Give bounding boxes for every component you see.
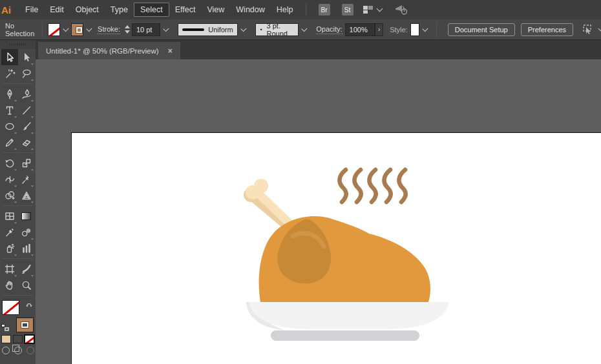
shape-builder-tool[interactable] [1,187,18,203]
none-button[interactable] [25,335,34,343]
preferences-button[interactable]: Preferences [521,23,573,36]
lasso-tool[interactable] [18,65,35,81]
fill-chevron-icon[interactable] [63,26,69,32]
menu-object[interactable]: Object [70,3,105,16]
magnifier-icon [21,279,32,291]
line-segment-tool[interactable] [18,102,35,118]
swap-fill-stroke-icon[interactable] [25,299,34,311]
draw-inside-icon[interactable] [26,347,34,354]
width-profile-dropdown[interactable]: Uniform [178,23,238,36]
mesh-tool[interactable] [1,208,18,224]
menu-window[interactable]: Window [230,3,270,16]
shape-builder-icon [4,190,16,201]
width-profile-preview-icon [182,28,204,31]
document-tab[interactable]: Untitled-1* @ 50% (RGB/Preview) × [38,42,180,59]
brush-dot-icon: • [260,26,262,33]
workspace-switcher-icon[interactable] [363,6,374,14]
fill-color-swatch[interactable] [48,23,60,36]
magic-wand-tool[interactable] [1,65,18,81]
hand-tool[interactable] [1,277,18,293]
isolate-selected-icon[interactable] [581,24,594,35]
style-label: Style: [390,26,408,34]
plate-pedestal [271,330,419,341]
width-profile-chevron-icon[interactable] [240,26,246,32]
shaper-tool[interactable] [1,134,18,150]
share-feedback-icon[interactable] [394,4,408,15]
menu-effect[interactable]: Effect [169,3,202,16]
puppet-warp-tool[interactable] [18,171,35,187]
stroke-label[interactable]: Stroke: [98,25,120,34]
magic-wand-icon [4,68,16,79]
workspace-chevron-icon[interactable] [376,6,383,12]
illustrator-logo: Ai [1,5,19,15]
eraser-tool[interactable] [18,134,35,150]
shaper-pencil-icon [4,137,16,148]
tools-separator [3,205,33,206]
document-setup-button[interactable]: Document Setup [448,23,515,36]
perspective-grid-tool[interactable] [18,187,35,203]
artboard-tool[interactable] [1,261,18,277]
drawing-modes [0,347,36,354]
paintbrush-tool[interactable] [18,118,35,134]
menu-edit[interactable]: Edit [44,3,70,16]
bridge-button[interactable]: Br [319,4,330,15]
draw-normal-icon[interactable] [2,347,10,354]
slice-tool[interactable] [18,261,35,277]
artboard-canvas[interactable] [71,132,601,364]
brush-chevron-icon[interactable] [301,26,307,32]
paintbrush-icon [21,121,32,132]
scale-tool[interactable] [18,155,35,171]
steam-line-icon [369,170,375,202]
blend-tool[interactable] [18,224,35,240]
gradient-tool[interactable] [18,208,35,224]
menu-select[interactable]: Select [134,3,169,17]
perspective-grid-icon [21,190,32,201]
symbol-sprayer-tool[interactable] [1,240,18,256]
selection-status: No Selection [5,22,37,37]
tools-panel-grip[interactable] [0,40,36,49]
hand-icon [4,279,16,291]
menu-bar: Ai File Edit Object Type Select Effect V… [0,0,601,19]
style-chevron-icon[interactable] [422,26,428,32]
tools-separator [3,83,33,84]
opacity-field[interactable]: 100% [345,23,375,36]
stroke-color-swatch[interactable] [71,23,83,36]
document-tab-title: Untitled-1* @ 50% (RGB/Preview) [46,47,159,55]
menu-view[interactable]: View [201,3,230,16]
stroke-weight-field[interactable]: 10 pt [132,23,160,36]
type-tool[interactable] [1,102,18,118]
stock-button[interactable]: St [342,4,353,15]
zoom-tool[interactable] [18,277,35,293]
opacity-arrow-button[interactable]: › [375,23,383,36]
ellipse-tool[interactable] [1,118,18,134]
stroke-weight-stepper[interactable] [125,23,130,36]
fill-swatch-none[interactable] [2,300,19,315]
stroke-chevron-icon[interactable] [87,26,92,32]
rotate-icon [4,157,16,169]
width-warp-icon [4,174,16,185]
selection-tool[interactable] [1,49,18,65]
tab-close-icon[interactable]: × [168,46,173,56]
brush-definition-dropdown[interactable]: • 3 pt. Round [255,23,298,36]
menu-type[interactable]: Type [105,3,134,16]
stroke-weight-chevron-icon[interactable] [163,26,169,32]
color-button[interactable] [1,335,11,343]
menu-file[interactable]: File [19,3,44,16]
default-fill-stroke-icon[interactable] [1,324,9,331]
stroke-swatch[interactable] [16,318,34,332]
right-overflow-chevron-icon[interactable] [598,25,601,32]
artboard-icon [4,263,16,275]
curvature-tool[interactable] [18,86,35,102]
direct-selection-tool[interactable] [18,49,35,65]
style-swatch[interactable] [410,23,419,36]
gradient-button[interactable] [13,335,23,343]
pasteboard[interactable] [36,59,601,364]
opacity-label[interactable]: Opacity: [316,25,342,34]
eyedropper-tool[interactable] [1,224,18,240]
draw-behind-icon[interactable] [14,347,22,354]
menu-help[interactable]: Help [271,3,299,16]
width-tool[interactable] [1,171,18,187]
column-graph-tool[interactable] [18,240,35,256]
pen-tool[interactable] [1,86,18,102]
rotate-tool[interactable] [1,155,18,171]
